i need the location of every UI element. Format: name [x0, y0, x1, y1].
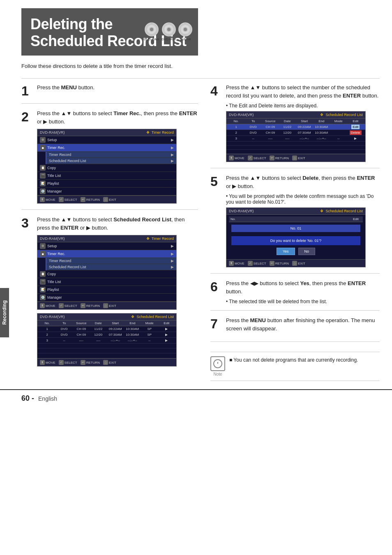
menu-item-title-list: 🎬 Title List — [37, 172, 176, 180]
screen-menu2: DVD-RAM(VR) ❖ Timer Record ⚙ Setup ▶ ⏺ — [37, 235, 177, 310]
left-column: 1 Press the MENU button. 2 Press the ▲▼ … — [21, 84, 198, 381]
menu2-timer-rec-icon: ⏺ — [40, 251, 46, 257]
page-number: 60 - — [21, 394, 34, 403]
t4-return-label: RETURN — [275, 156, 289, 160]
t3-return-label: RETURN — [86, 361, 100, 365]
menu2-copy: 📋 Copy — [37, 270, 176, 278]
step-3-number: 3 — [21, 216, 33, 367]
side-tab: Recording — [0, 288, 9, 337]
step-5-bold1: Delete — [302, 175, 318, 181]
menu2-playlist-label: Playlist — [47, 288, 59, 292]
dlg-return-label: RETURN — [275, 262, 289, 265]
submenu2-scheduled-label: Scheduled Record List — [49, 265, 86, 269]
table4-row-2: 2 DVD CH 09 12/20 07:30AM 10:30AM Delete — [226, 130, 365, 136]
select-btn-icon: ✓ — [59, 197, 64, 202]
dialog-yes-button[interactable]: Yes — [277, 248, 295, 255]
menu2-title-list-icon: 🎬 — [40, 279, 46, 285]
menu2-setup-arrow: ▶ — [171, 244, 174, 248]
disc-label-rw: DVD+RW — [161, 37, 176, 41]
menu2-exit-icon: □ — [103, 303, 108, 308]
menu2-footer-select: ✓ SELECT — [59, 303, 77, 308]
t4-footer-select: ✓ SELECT — [248, 156, 266, 160]
t4-return-icon: ↩ — [270, 156, 274, 160]
t3-exit-label: EXIT — [109, 361, 116, 365]
step-4-bold: ENTER — [343, 93, 361, 99]
submenu2: Timer Record ▶ Scheduled Record List ▶ — [46, 258, 176, 270]
playlist-icon: 📝 — [40, 181, 46, 186]
disc-circle-ram — [145, 23, 159, 37]
footer-move-label: MOVE — [46, 198, 55, 202]
footer-select-label: SELECT — [65, 198, 77, 202]
screen-menu2-title: ❖ Timer Record — [146, 237, 174, 241]
setup-arrow: ▶ — [171, 138, 174, 142]
title-list-label: Title List — [47, 174, 61, 178]
dialog-header: DVD-RAM(VR) ❖ Scheduled Record List — [226, 208, 365, 215]
table4-row-1: 1 DVD CH 09 11/22 09:22AM 10:30AM Edit — [226, 124, 365, 130]
t3-exit-icon: □ — [103, 360, 108, 365]
step-6-text: Press the ◀▶ buttons to select Yes, then… — [226, 279, 380, 295]
submenu-timer-record-arrow: ▶ — [171, 153, 174, 157]
step-7-text: Press the MENU button after finishing th… — [226, 316, 380, 332]
dialog-source: DVD-RAM(VR) — [229, 209, 254, 213]
menu2-manager: 💿 Manager — [37, 294, 176, 302]
setup-label: Setup — [47, 138, 57, 142]
table-row-1: 1 DVD CH 09 11/22 09:22AM 10:30AM SP ▶ — [37, 326, 176, 332]
disc-circle-r — [178, 23, 192, 37]
disc-label-ram: DVD-RAM — [144, 37, 159, 41]
screen-menu1-footer: ⬆ MOVE ✓ SELECT ↩ RETURN — [37, 195, 176, 203]
t3-select-icon: ✓ — [59, 360, 64, 365]
menu2-move-label: MOVE — [46, 304, 55, 308]
submenu1: Timer Record ▶ Scheduled Record List ▶ — [46, 152, 176, 164]
submenu2-scheduled-arrow: ▶ — [171, 265, 174, 269]
footer-select: ✓ SELECT — [59, 197, 77, 202]
step-4-number: 4 — [210, 84, 222, 162]
copy-label: Copy — [47, 166, 56, 170]
step-5: 5 Press the ▲▼ buttons to select Delete,… — [210, 174, 380, 274]
col-no: No. — [39, 321, 55, 325]
step-5-number: 5 — [210, 175, 222, 267]
step-1-bold: MENU — [61, 84, 77, 91]
t4-footer-return: ↩ RETURN — [270, 156, 289, 160]
menu2-title-list-label: Title List — [47, 280, 61, 284]
screen-menu1-header: DVD-RAM(VR) ❖ Timer Record — [37, 129, 176, 136]
menu-item-setup: ⚙ Setup ▶ — [37, 136, 176, 144]
dialog-title: ❖ Scheduled Record List — [320, 209, 363, 213]
step-7: 7 Press the MENU button after finishing … — [210, 316, 380, 342]
dlg-exit-icon: □ — [292, 261, 297, 266]
note-icon — [210, 356, 225, 371]
dialog-no-label: No. 01 — [231, 225, 360, 232]
step-2: 2 Press the ▲▼ buttons to select Timer R… — [21, 109, 198, 210]
footer-return-label: RETURN — [86, 198, 100, 202]
menu2-timer-rec: ⏺ Timer Rec. ▶ — [37, 250, 176, 258]
table-row-empty3 — [37, 353, 176, 358]
screen-menu1-title: ❖ Timer Record — [146, 130, 174, 135]
table3-footer-move: ⬆ MOVE — [40, 360, 55, 365]
table-row-empty2 — [37, 348, 176, 353]
step-3-content: Press the ▲▼ buttons to select Scheduled… — [37, 216, 198, 367]
col-src: Source — [73, 321, 90, 325]
menu2-footer-return: ↩ RETURN — [81, 303, 100, 308]
menu2-setup-icon: ⚙ — [40, 243, 46, 249]
manager-icon: 💿 — [40, 188, 46, 194]
submenu2-timer-record-arrow: ▶ — [171, 259, 174, 263]
screen-menu1: DVD-RAM(VR) ❖ Timer Record ⚙ Setup ▶ ⏺ — [37, 129, 177, 204]
submenu-scheduled-arrow: ▶ — [171, 159, 174, 163]
menu2-exit-label: EXIT — [109, 304, 116, 308]
edit-label: Edit — [351, 125, 360, 129]
menu2-copy-label: Copy — [47, 272, 56, 276]
dialog-no-button[interactable]: No — [298, 248, 316, 255]
disc-label-r: DVD+R — [180, 37, 191, 41]
step-5-bold2: ENTER — [357, 175, 375, 181]
menu2-footer-move: ⬆ MOVE — [40, 303, 55, 308]
t4-footer-exit: □ EXIT — [292, 156, 305, 160]
menu2-copy-icon: 📋 — [40, 271, 46, 277]
note-label: Note — [213, 372, 222, 376]
step-4-content: Press the ▲▼ buttons to select the numbe… — [226, 84, 380, 162]
step-4-bullet: • The Edit and Delete items are displaye… — [226, 103, 380, 109]
t4-footer-move: ⬆ MOVE — [229, 156, 244, 160]
menu2-playlist: 📝 Playlist — [37, 286, 176, 294]
disc-dvd-ram: DVD-RAM — [144, 23, 159, 41]
table4-row-empty1 — [226, 142, 365, 146]
table-step4-source: DVD-RAM(VR) — [229, 113, 254, 117]
step-6-bold2: ENTER — [348, 280, 366, 286]
